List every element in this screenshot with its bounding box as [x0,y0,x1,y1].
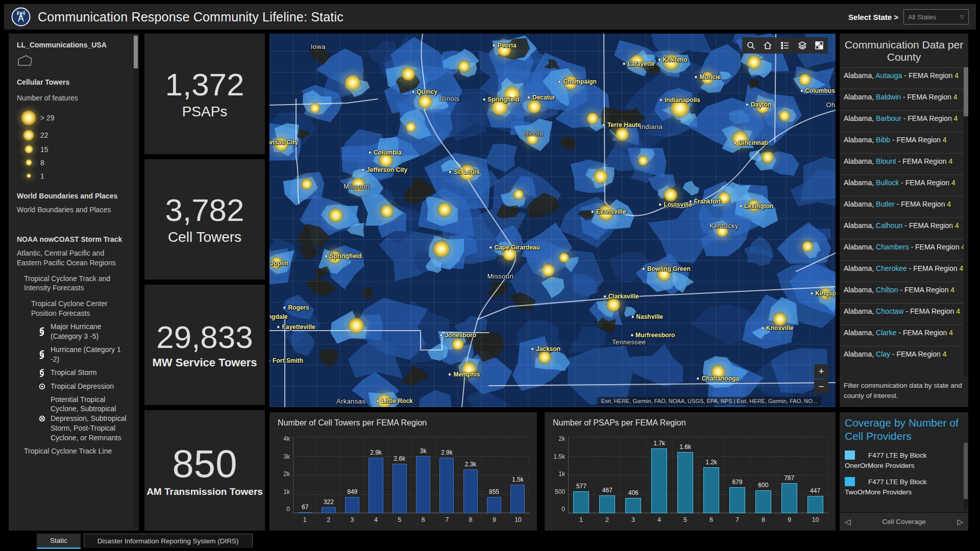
county-row[interactable]: Alabama, Clarke - FEMA Region 4 [840,324,968,346]
county-list: Alabama, Autauga - FEMA Region 4Alabama,… [840,67,968,376]
county-row[interactable]: Alabama, Calhoun - FEMA Region 4 [840,217,968,239]
city-label: Chattanooga [697,375,739,382]
county-name: Chilton [876,286,900,294]
cell-towers-chart-x-axis: 12345678910 [293,516,530,523]
county-row[interactable]: Alabama, Bibb - FEMA Region 4 [840,132,968,153]
county-state: Alabama, [844,179,876,187]
city-dot-icon [361,168,364,171]
storm-legend-label: Hurricane (Category 1 -2) [51,345,131,364]
county-list-scrollbar[interactable] [964,67,968,376]
map[interactable]: IowaPeoriaKokomoLafayetteMuncieChampaign… [270,34,836,407]
legend-size-label: 15 [40,145,48,154]
bar-slot: 1.2k [699,437,725,513]
bar-value-label: 577 [569,483,594,490]
city-dot-icon [739,205,742,208]
bar [781,483,797,513]
place-name: Champaign [564,78,597,85]
place-name: Muncie [700,73,721,81]
layers-icon[interactable] [795,38,810,53]
city-dot-icon [695,76,698,79]
city-label: Quincy [412,88,438,95]
county-name: Bullock [876,179,901,187]
county-row[interactable]: Alabama, Choctaw - FEMA Region 4 [840,303,968,324]
county-middle: - FEMA Region [898,157,949,165]
county-state: Alabama, [844,307,876,315]
world-boundaries-sublabel: World Boundaries and Places [17,205,137,215]
psaps-chart-y-axis: 2k1.5k1k5000 [550,437,568,513]
city-label: Knoxville [761,324,793,332]
bar-value-label: 1.5k [506,476,529,483]
x-tick-label: 3 [340,516,364,523]
sidebar-scrollbar[interactable] [134,36,138,529]
bar [677,452,693,513]
x-tick-label: 9 [482,516,506,523]
county-row[interactable]: Alabama, Chilton - FEMA Region 4 [840,282,968,303]
place-name: Jefferson City [366,166,407,173]
state-label: Missouri [344,182,370,190]
x-tick-label: 2 [316,516,340,523]
state-select-dropdown[interactable]: All States ▽ [903,9,969,24]
place-name: Dayton [751,101,772,108]
bar-slot: 2.9k [364,437,388,513]
bar [703,467,719,513]
fema-region: 4 [959,264,963,272]
county-row[interactable]: Alabama, Butler - FEMA Region 4 [840,196,968,217]
place-name: Little Rock [381,397,412,405]
tab-static[interactable]: Static [37,534,81,549]
home-icon[interactable] [761,38,775,53]
basemap-icon[interactable] [812,38,826,53]
search-icon[interactable] [744,38,758,53]
state-label: Ohi [826,101,836,109]
chevron-down-icon: ▽ [960,14,964,20]
coverage-swatch-icon [845,477,855,486]
y-tick-label: 4k [283,436,290,442]
cell-tower-glow [593,169,608,184]
pager-next-icon[interactable]: ▷ [957,517,963,527]
bar-value-label: 3k [411,447,434,455]
zoom-out-button[interactable]: − [814,380,828,394]
city-label: Champaign [558,78,597,85]
county-row[interactable]: Alabama, Barbour - FEMA Region 4 [840,110,968,132]
county-row[interactable]: Alabama, Baldwin - FEMA Region 4 [840,89,968,110]
city-dot-icon [531,347,534,350]
place-name: Rogers [288,304,309,311]
bar-slot: 2.9k [435,437,459,513]
tower-dot-icon [17,173,40,178]
y-tick-label: 0 [561,506,565,512]
county-state: Alabama, [844,157,876,165]
legend-size-row: 1 [17,169,137,183]
zoom-in-button[interactable]: + [814,364,828,379]
county-row[interactable]: Alabama, Blount - FEMA Region 4 [840,153,968,174]
legend-icon[interactable] [778,38,792,53]
city-dot-icon [448,373,451,376]
x-tick-label: 8 [459,516,482,523]
city-label: Cincinnati [733,139,768,146]
coverage-legend-item: F477 LTE By Block TwoOrMore Providers [845,477,963,498]
city-label: Fayetteville [277,323,315,331]
cell-tower-glow [798,73,812,86]
place-name: Knoxville [766,324,793,332]
city-label: Columbus [800,87,835,94]
county-row[interactable]: Alabama, Bullock - FEMA Region 4 [840,174,968,196]
bar [369,458,383,513]
county-state: Alabama, [844,243,876,251]
place-name: Columbia [374,149,402,156]
noaa-regions-label: Atlantic, Central Pacific and Eastern Pa… [17,248,119,268]
coverage-scrollbar[interactable] [964,443,968,509]
x-tick-label: 9 [776,516,802,523]
pager-prev-icon[interactable]: ◁ [845,517,851,527]
cell-towers-chart-plot: 673228492.9k2.6k3k2.9k2.3k8551.5k [293,437,530,513]
psaps-chart: Number of PSAPs per FEMA Region 2k1.5k1k… [545,412,836,531]
county-row[interactable]: Alabama, Chambers - FEMA Region 4 [840,239,968,260]
bar-slot: 1.5k [506,437,530,513]
county-row[interactable]: Alabama, Clay - FEMA Region 4 [840,346,968,367]
county-row[interactable]: Alabama, Autauga - FEMA Region 4 [840,67,968,89]
x-tick-label: 4 [646,516,672,523]
county-state: Alabama, [844,221,876,230]
bar-value-label: 2.9k [435,449,458,456]
map-toolbar [742,37,828,54]
bar [625,498,641,513]
county-row[interactable]: Alabama, Cherokee - FEMA Region 4 [840,260,968,282]
city-label: Cape Girardeau [489,244,540,251]
tab-dirs[interactable]: Disaster Information Reporting System (D… [84,534,253,548]
